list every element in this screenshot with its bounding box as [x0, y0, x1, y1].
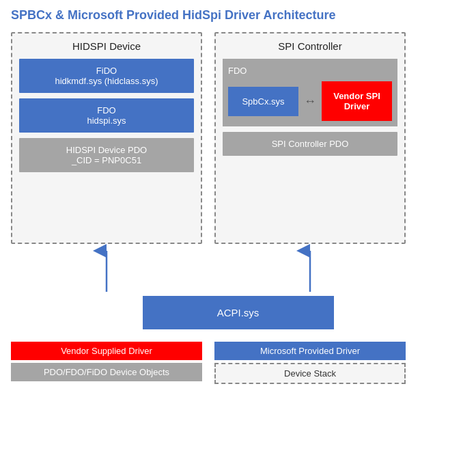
acpi-block: ACPI.sys: [143, 296, 334, 329]
acpi-area: ACPI.sys: [11, 296, 465, 329]
spi-controller-box: SPI Controller FDO SpbCx.sys ↔ Vendor SP…: [214, 32, 406, 244]
arrows-svg: [11, 244, 406, 299]
spi-controller-title: SPI Controller: [223, 40, 397, 52]
legend-microsoft-provided: Microsoft Provided Driver: [214, 342, 406, 360]
bottom-section: Vendor Supplied Driver PDO/FDO/FiDO Devi…: [11, 342, 465, 384]
hidspi-device-box: HIDSPI Device FiDO hidkmdf.sys (hidclass…: [11, 32, 202, 244]
fdo-inner-box: FDO SpbCx.sys ↔ Vendor SPI Driver: [223, 59, 397, 126]
vendor-spi-block: Vendor SPI Driver: [322, 81, 392, 121]
hidspi-pdo-block: HIDSPI Device PDO _CID = PNP0C51: [19, 138, 194, 172]
legend-device-stack: Device Stack: [214, 363, 406, 384]
hidspi-device-title: HIDSPI Device: [19, 40, 194, 52]
left-legend-col: Vendor Supplied Driver PDO/FDO/FiDO Devi…: [11, 342, 202, 384]
fdo-block: FDO hidspi.sys: [19, 98, 194, 133]
spi-pdo-block: SPI Controller PDO: [223, 132, 397, 156]
horiz-arrow: ↔: [304, 94, 316, 109]
diagram-area: HIDSPI Device FiDO hidkmdf.sys (hidclass…: [11, 32, 465, 244]
fido-block: FiDO hidkmdf.sys (hidclass.sys): [19, 59, 194, 93]
fdo-inner-row: SpbCx.sys ↔ Vendor SPI Driver: [228, 81, 392, 121]
page-title: SPBCx & Microsoft Provided HidSpi Driver…: [11, 8, 465, 23]
legend-pdo-fdo: PDO/FDO/FiDO Device Objects: [11, 363, 202, 381]
page: SPBCx & Microsoft Provided HidSpi Driver…: [0, 0, 476, 464]
main-diagram: HIDSPI Device FiDO hidkmdf.sys (hidclass…: [11, 32, 465, 329]
spbcx-block: SpbCx.sys: [228, 87, 298, 116]
right-legend-col: Microsoft Provided Driver Device Stack: [214, 342, 406, 384]
legend-vendor-supplied: Vendor Supplied Driver: [11, 342, 202, 360]
fdo-label: FDO: [228, 66, 392, 76]
legend-row: Vendor Supplied Driver PDO/FDO/FiDO Devi…: [11, 342, 465, 384]
